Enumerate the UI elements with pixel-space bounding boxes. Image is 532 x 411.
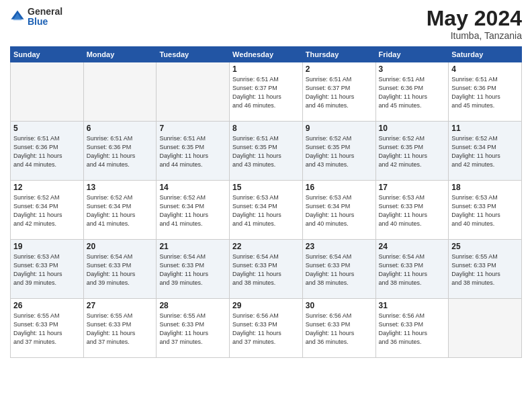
- calendar-cell: 28Sunrise: 6:55 AMSunset: 6:33 PMDayligh…: [157, 299, 230, 358]
- header-sunday: Sunday: [11, 47, 84, 62]
- day-number: 21: [159, 242, 226, 251]
- day-number: 30: [306, 301, 373, 310]
- day-info: Sunrise: 6:52 AMSunset: 6:34 PMDaylight:…: [451, 134, 519, 169]
- day-number: 19: [13, 242, 81, 251]
- logo-icon: [10, 9, 25, 24]
- day-info: Sunrise: 6:53 AMSunset: 6:34 PMDaylight:…: [232, 193, 300, 228]
- day-info: Sunrise: 6:51 AMSunset: 6:37 PMDaylight:…: [232, 75, 300, 110]
- day-number: 9: [306, 124, 373, 133]
- calendar-cell: 13Sunrise: 6:52 AMSunset: 6:34 PMDayligh…: [83, 181, 157, 240]
- day-info: Sunrise: 6:52 AMSunset: 6:34 PMDaylight:…: [13, 193, 81, 228]
- day-info: Sunrise: 6:52 AMSunset: 6:35 PMDaylight:…: [379, 134, 446, 169]
- calendar-week-row: 19Sunrise: 6:53 AMSunset: 6:33 PMDayligh…: [11, 240, 522, 299]
- calendar-cell: 4Sunrise: 6:51 AMSunset: 6:36 PMDaylight…: [449, 62, 522, 122]
- day-number: 23: [306, 242, 373, 251]
- calendar-cell: 14Sunrise: 6:52 AMSunset: 6:34 PMDayligh…: [157, 181, 230, 240]
- logo: General Blue: [10, 7, 62, 28]
- day-info: Sunrise: 6:51 AMSunset: 6:36 PMDaylight:…: [87, 134, 154, 169]
- header-wednesday: Wednesday: [230, 47, 303, 62]
- calendar-cell: 27Sunrise: 6:55 AMSunset: 6:33 PMDayligh…: [83, 299, 157, 358]
- day-number: 25: [451, 242, 519, 251]
- page: General Blue May 2024 Itumba, Tanzania S…: [0, 0, 532, 411]
- day-number: 16: [306, 183, 373, 192]
- day-number: 6: [87, 124, 154, 133]
- day-number: 28: [159, 301, 226, 310]
- logo-general-text: General: [28, 7, 62, 17]
- day-info: Sunrise: 6:56 AMSunset: 6:33 PMDaylight:…: [379, 312, 446, 347]
- day-number: 15: [232, 183, 300, 192]
- header-thursday: Thursday: [302, 47, 375, 62]
- day-info: Sunrise: 6:54 AMSunset: 6:33 PMDaylight:…: [159, 253, 226, 287]
- calendar-cell: 1Sunrise: 6:51 AMSunset: 6:37 PMDaylight…: [230, 62, 303, 122]
- weekday-header-row: Sunday Monday Tuesday Wednesday Thursday…: [11, 47, 522, 62]
- day-number: 7: [159, 124, 226, 133]
- calendar-cell: 2Sunrise: 6:51 AMSunset: 6:37 PMDaylight…: [302, 62, 375, 122]
- calendar-cell: 8Sunrise: 6:51 AMSunset: 6:35 PMDaylight…: [230, 122, 303, 181]
- calendar-cell: 15Sunrise: 6:53 AMSunset: 6:34 PMDayligh…: [230, 181, 303, 240]
- calendar-cell: 18Sunrise: 6:53 AMSunset: 6:33 PMDayligh…: [449, 181, 522, 240]
- title-block: May 2024 Itumba, Tanzania: [427, 7, 522, 41]
- day-number: 20: [87, 242, 154, 251]
- header-saturday: Saturday: [449, 47, 522, 62]
- day-number: 29: [232, 301, 300, 310]
- day-number: 27: [87, 301, 154, 310]
- day-info: Sunrise: 6:51 AMSunset: 6:37 PMDaylight:…: [306, 75, 373, 110]
- header-monday: Monday: [83, 47, 157, 62]
- day-info: Sunrise: 6:52 AMSunset: 6:34 PMDaylight:…: [159, 193, 226, 228]
- calendar-cell: 5Sunrise: 6:51 AMSunset: 6:36 PMDaylight…: [11, 122, 84, 181]
- calendar-cell: 20Sunrise: 6:54 AMSunset: 6:33 PMDayligh…: [83, 240, 157, 299]
- day-info: Sunrise: 6:53 AMSunset: 6:33 PMDaylight:…: [379, 193, 446, 228]
- day-info: Sunrise: 6:55 AMSunset: 6:33 PMDaylight:…: [159, 312, 226, 347]
- day-info: Sunrise: 6:53 AMSunset: 6:33 PMDaylight:…: [451, 193, 519, 228]
- day-info: Sunrise: 6:56 AMSunset: 6:33 PMDaylight:…: [306, 312, 373, 347]
- calendar-cell: [157, 62, 230, 122]
- day-info: Sunrise: 6:54 AMSunset: 6:33 PMDaylight:…: [232, 253, 300, 287]
- day-info: Sunrise: 6:56 AMSunset: 6:33 PMDaylight:…: [232, 312, 300, 347]
- day-info: Sunrise: 6:54 AMSunset: 6:33 PMDaylight:…: [379, 253, 446, 287]
- day-number: 22: [232, 242, 300, 251]
- calendar-cell: 6Sunrise: 6:51 AMSunset: 6:36 PMDaylight…: [83, 122, 157, 181]
- day-number: 1: [232, 64, 300, 74]
- day-number: 2: [306, 64, 373, 74]
- day-number: 31: [379, 301, 446, 310]
- day-number: 24: [379, 242, 446, 251]
- day-info: Sunrise: 6:51 AMSunset: 6:36 PMDaylight:…: [13, 134, 81, 169]
- calendar-cell: 25Sunrise: 6:55 AMSunset: 6:33 PMDayligh…: [449, 240, 522, 299]
- day-info: Sunrise: 6:51 AMSunset: 6:35 PMDaylight:…: [232, 134, 300, 169]
- calendar-cell: 11Sunrise: 6:52 AMSunset: 6:34 PMDayligh…: [449, 122, 522, 181]
- calendar-cell: [11, 62, 84, 122]
- day-number: 12: [13, 183, 81, 192]
- day-number: 5: [13, 124, 81, 133]
- calendar-cell: 17Sunrise: 6:53 AMSunset: 6:33 PMDayligh…: [375, 181, 449, 240]
- calendar-week-row: 12Sunrise: 6:52 AMSunset: 6:34 PMDayligh…: [11, 181, 522, 240]
- day-number: 4: [451, 64, 519, 74]
- calendar-cell: 31Sunrise: 6:56 AMSunset: 6:33 PMDayligh…: [375, 299, 449, 358]
- calendar-cell: [83, 62, 157, 122]
- day-info: Sunrise: 6:55 AMSunset: 6:33 PMDaylight:…: [13, 312, 81, 347]
- location-title: Itumba, Tanzania: [427, 30, 522, 41]
- day-number: 18: [451, 183, 519, 192]
- calendar-cell: [449, 299, 522, 358]
- month-title: May 2024: [427, 7, 522, 30]
- day-number: 10: [379, 124, 446, 133]
- calendar-cell: 3Sunrise: 6:51 AMSunset: 6:36 PMDaylight…: [375, 62, 449, 122]
- calendar-cell: 26Sunrise: 6:55 AMSunset: 6:33 PMDayligh…: [11, 299, 84, 358]
- day-info: Sunrise: 6:52 AMSunset: 6:34 PMDaylight:…: [87, 193, 154, 228]
- day-number: 3: [379, 64, 446, 74]
- calendar-cell: 23Sunrise: 6:54 AMSunset: 6:33 PMDayligh…: [302, 240, 375, 299]
- day-info: Sunrise: 6:53 AMSunset: 6:34 PMDaylight:…: [306, 193, 373, 228]
- day-number: 17: [379, 183, 446, 192]
- day-number: 26: [13, 301, 81, 310]
- day-info: Sunrise: 6:55 AMSunset: 6:33 PMDaylight:…: [87, 312, 154, 347]
- day-number: 8: [232, 124, 300, 133]
- day-number: 13: [87, 183, 154, 192]
- calendar-cell: 12Sunrise: 6:52 AMSunset: 6:34 PMDayligh…: [11, 181, 84, 240]
- day-info: Sunrise: 6:51 AMSunset: 6:35 PMDaylight:…: [159, 134, 226, 169]
- calendar-cell: 9Sunrise: 6:52 AMSunset: 6:35 PMDaylight…: [302, 122, 375, 181]
- calendar-table: Sunday Monday Tuesday Wednesday Thursday…: [10, 46, 522, 358]
- calendar-cell: 16Sunrise: 6:53 AMSunset: 6:34 PMDayligh…: [302, 181, 375, 240]
- calendar-week-row: 26Sunrise: 6:55 AMSunset: 6:33 PMDayligh…: [11, 299, 522, 358]
- day-info: Sunrise: 6:53 AMSunset: 6:33 PMDaylight:…: [13, 253, 81, 287]
- day-info: Sunrise: 6:54 AMSunset: 6:33 PMDaylight:…: [87, 253, 154, 287]
- calendar-week-row: 5Sunrise: 6:51 AMSunset: 6:36 PMDaylight…: [11, 122, 522, 181]
